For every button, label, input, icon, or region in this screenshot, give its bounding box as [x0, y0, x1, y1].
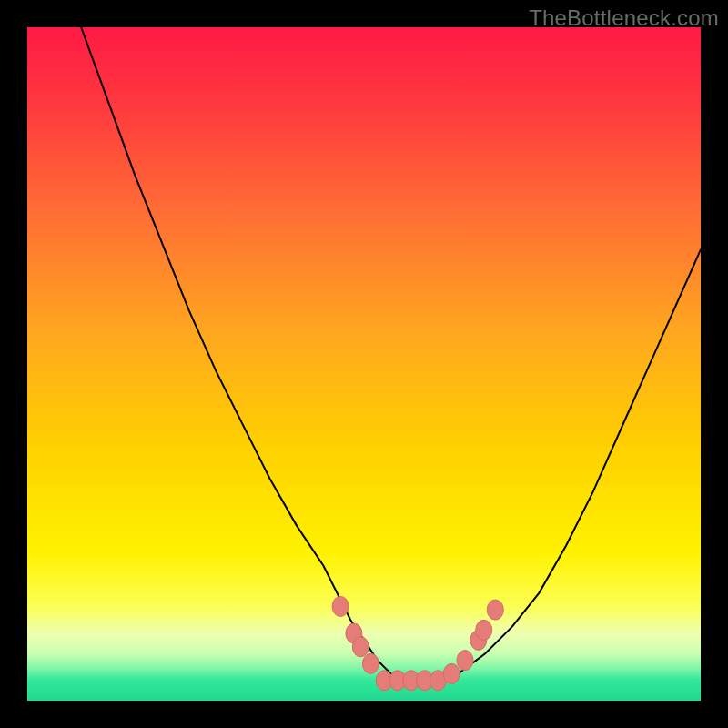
curve-layer	[27, 27, 701, 701]
plot-area	[27, 27, 701, 701]
data-marker	[362, 653, 379, 673]
watermark-text: TheBottleneck.com	[529, 5, 719, 31]
data-marker	[332, 596, 349, 616]
data-marker	[487, 600, 503, 620]
data-marker	[457, 651, 473, 671]
bottleneck-curve	[81, 27, 701, 681]
data-marker	[352, 637, 369, 657]
data-marker	[476, 620, 492, 640]
data-marker	[443, 663, 460, 683]
chart-frame: TheBottleneck.com	[0, 0, 728, 728]
